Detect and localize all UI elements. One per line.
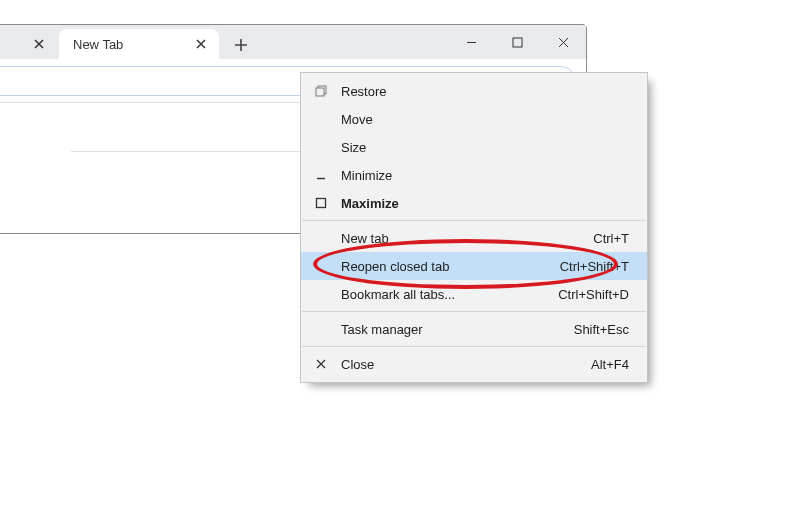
menu-move[interactable]: Move	[301, 105, 647, 133]
menu-task-manager[interactable]: Task manager Shift+Esc	[301, 315, 647, 343]
window-close-button[interactable]	[540, 25, 586, 59]
menu-size[interactable]: Size	[301, 133, 647, 161]
close-tab-icon[interactable]	[31, 36, 47, 52]
menu-reopen-closed-tab[interactable]: Reopen closed tab Ctrl+Shift+T	[301, 252, 647, 280]
menu-new-tab[interactable]: New tab Ctrl+T	[301, 224, 647, 252]
menu-label: Size	[341, 140, 629, 155]
menu-label: Move	[341, 112, 629, 127]
menu-label: Reopen closed tab	[341, 259, 560, 274]
menu-accel: Shift+Esc	[574, 322, 629, 337]
menu-label: Bookmark all tabs...	[341, 287, 558, 302]
new-tab-button[interactable]	[227, 31, 255, 59]
tab-previous[interactable]	[0, 29, 57, 59]
menu-separator	[302, 220, 646, 221]
maximize-button[interactable]	[494, 25, 540, 59]
menu-separator	[302, 311, 646, 312]
menu-accel: Ctrl+Shift+D	[558, 287, 629, 302]
tab-label: New Tab	[73, 37, 187, 52]
tab-strip: New Tab	[0, 25, 448, 59]
svg-rect-2	[316, 88, 324, 96]
menu-label: Close	[341, 357, 591, 372]
menu-label: Maximize	[341, 196, 629, 211]
menu-close[interactable]: Close Alt+F4	[301, 350, 647, 378]
minimize-icon	[301, 169, 341, 181]
menu-restore[interactable]: Restore	[301, 77, 647, 105]
system-context-menu: Restore Move Size Minimize Maximize New …	[300, 72, 648, 383]
menu-minimize[interactable]: Minimize	[301, 161, 647, 189]
titlebar[interactable]: New Tab	[0, 25, 586, 59]
close-icon	[301, 358, 341, 370]
close-tab-icon[interactable]	[193, 36, 209, 52]
svg-rect-0	[513, 38, 522, 47]
menu-maximize[interactable]: Maximize	[301, 189, 647, 217]
restore-icon	[301, 85, 341, 97]
menu-accel: Alt+F4	[591, 357, 629, 372]
menu-accel: Ctrl+Shift+T	[560, 259, 629, 274]
menu-label: Minimize	[341, 168, 629, 183]
menu-label: Task manager	[341, 322, 574, 337]
window-controls	[448, 25, 586, 59]
tab-active[interactable]: New Tab	[59, 29, 219, 59]
menu-separator	[302, 346, 646, 347]
svg-rect-3	[317, 199, 326, 208]
minimize-button[interactable]	[448, 25, 494, 59]
menu-label: Restore	[341, 84, 629, 99]
maximize-icon	[301, 197, 341, 209]
menu-bookmark-all-tabs[interactable]: Bookmark all tabs... Ctrl+Shift+D	[301, 280, 647, 308]
menu-label: New tab	[341, 231, 593, 246]
menu-accel: Ctrl+T	[593, 231, 629, 246]
